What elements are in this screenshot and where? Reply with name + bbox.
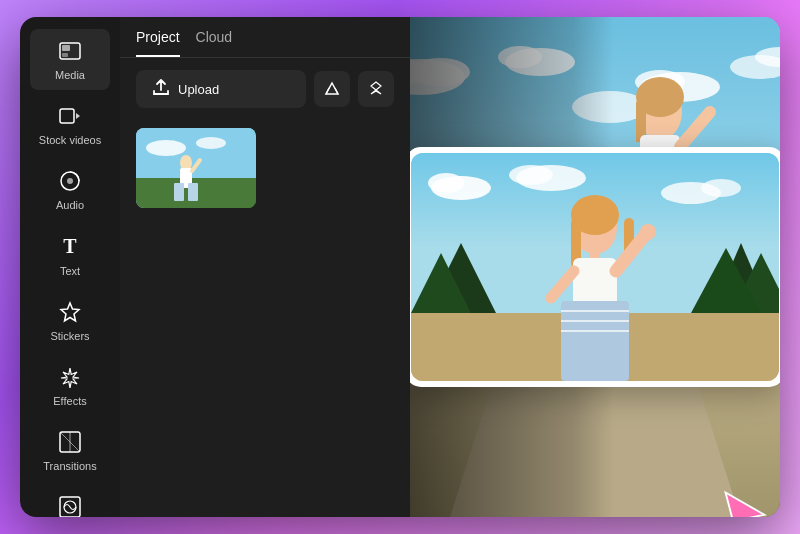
svg-marker-74 [726, 493, 765, 517]
sidebar-item-stickers[interactable]: Stickers [30, 290, 110, 351]
upload-button[interactable]: Upload [136, 70, 306, 108]
stickers-icon [56, 298, 84, 326]
media-thumbnail[interactable] [136, 128, 256, 208]
media-tabs: Project Cloud [120, 17, 410, 58]
stock-videos-icon [56, 102, 84, 130]
upload-icon [152, 78, 170, 100]
main-panel: Project Cloud Upload [120, 17, 780, 517]
preview-area [410, 17, 780, 517]
sidebar-item-stickers-label: Stickers [50, 330, 89, 343]
transitions-icon [56, 428, 84, 456]
sidebar-item-transitions[interactable]: Transitions [30, 420, 110, 481]
media-icon [56, 37, 84, 65]
sidebar-item-effects[interactable]: Effects [30, 355, 110, 416]
sidebar-item-effects-label: Effects [53, 395, 86, 408]
sidebar-item-text-label: Text [60, 265, 80, 278]
svg-rect-19 [174, 183, 184, 201]
svg-rect-67 [561, 301, 629, 381]
thumbnail-image [136, 128, 256, 208]
floating-card [410, 147, 780, 387]
filters-icon [56, 493, 84, 517]
svg-rect-20 [188, 183, 198, 201]
text-icon: T [56, 233, 84, 261]
google-drive-button[interactable] [314, 71, 350, 107]
media-grid [120, 120, 410, 216]
svg-marker-4 [76, 113, 80, 119]
svg-point-53 [509, 165, 553, 185]
svg-rect-3 [60, 109, 74, 123]
sidebar-item-text[interactable]: T Text [30, 225, 110, 286]
svg-point-15 [196, 137, 226, 149]
tab-cloud[interactable]: Cloud [196, 29, 233, 57]
sidebar-item-media[interactable]: Media [30, 29, 110, 90]
upload-label: Upload [178, 82, 219, 97]
app-container: Media Stock videos Audio T [20, 17, 780, 517]
floating-card-inner [411, 153, 779, 381]
svg-point-72 [640, 224, 656, 240]
svg-rect-1 [62, 45, 70, 51]
svg-point-51 [428, 173, 464, 193]
svg-point-55 [701, 179, 741, 197]
upload-section: Upload [120, 58, 410, 120]
svg-rect-2 [62, 53, 68, 57]
sidebar-item-audio[interactable]: Audio [30, 159, 110, 220]
sidebar: Media Stock videos Audio T [20, 17, 120, 517]
audio-icon [56, 167, 84, 195]
tab-project[interactable]: Project [136, 29, 180, 57]
media-panel: Project Cloud Upload [120, 17, 410, 517]
svg-point-14 [146, 140, 186, 156]
sidebar-item-filters[interactable]: Filters [30, 485, 110, 517]
sidebar-item-stock-videos[interactable]: Stock videos [30, 94, 110, 155]
sidebar-item-stock-label: Stock videos [39, 134, 101, 147]
effects-icon [56, 363, 84, 391]
sidebar-item-audio-label: Audio [56, 199, 84, 212]
dropbox-button[interactable] [358, 71, 394, 107]
sidebar-item-media-label: Media [55, 69, 85, 82]
svg-point-6 [67, 178, 73, 184]
sidebar-item-transitions-label: Transitions [43, 460, 96, 473]
